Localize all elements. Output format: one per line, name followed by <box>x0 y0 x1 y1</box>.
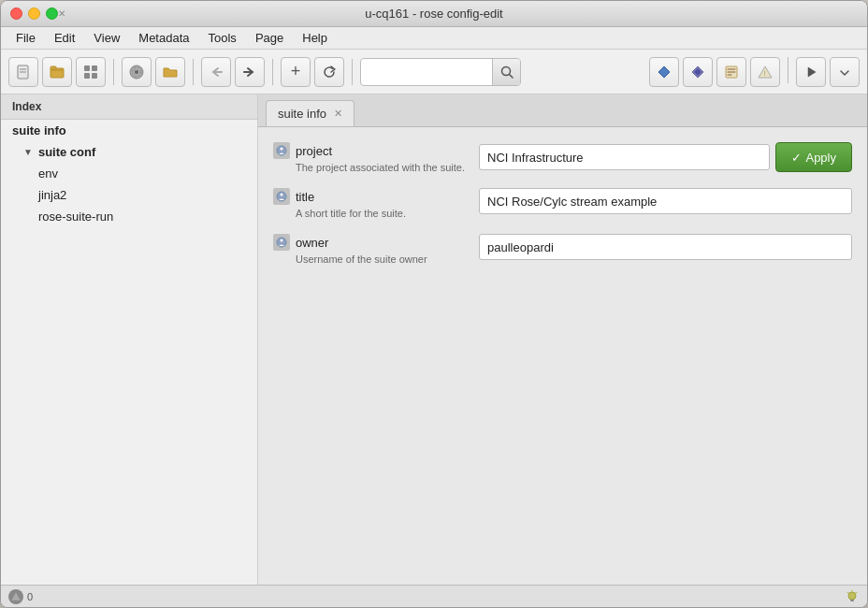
tab-suite-info[interactable]: suite info ✕ <box>266 100 354 126</box>
title-input-area <box>479 188 852 214</box>
svg-line-13 <box>509 74 513 78</box>
sidebar-header: Index <box>1 94 257 120</box>
app-window: ✕ u-cq161 - rose config-edit File Edit V… <box>0 0 868 608</box>
svg-point-10 <box>135 70 138 74</box>
search-box[interactable] <box>360 58 521 86</box>
play-button[interactable] <box>796 57 826 87</box>
tab-close-button[interactable]: ✕ <box>334 109 342 119</box>
sidebar-item-env[interactable]: env <box>1 163 257 184</box>
owner-field-icon <box>273 234 290 251</box>
menu-help[interactable]: Help <box>295 29 335 47</box>
title-label-area: title A short title for the suite. <box>273 188 479 219</box>
svg-rect-25 <box>850 600 854 601</box>
project-input-area: ✓ Apply <box>479 142 852 172</box>
svg-point-18 <box>281 148 283 151</box>
open-button[interactable] <box>42 57 72 87</box>
star-button[interactable] <box>683 57 713 87</box>
project-input[interactable] <box>479 144 770 170</box>
folder-button[interactable] <box>155 57 185 87</box>
separator-3 <box>272 59 273 85</box>
svg-rect-8 <box>92 73 97 79</box>
sidebar-item-rose-suite-run[interactable]: rose-suite-run <box>1 206 257 227</box>
owner-input[interactable] <box>479 234 852 260</box>
sidebar: Index suite info ▼ suite conf env jinja2… <box>1 94 258 585</box>
separator-2 <box>193 59 194 85</box>
env-label: env <box>38 166 58 181</box>
svg-rect-5 <box>84 65 90 71</box>
sidebar-item-suite-conf[interactable]: ▼ suite conf <box>1 141 257 163</box>
jinja2-label: jinja2 <box>38 188 66 202</box>
menu-tools[interactable]: Tools <box>201 29 244 47</box>
menu-edit[interactable]: Edit <box>47 29 82 47</box>
status-count: 0 <box>27 591 33 602</box>
statusbar: 0 <box>1 585 867 607</box>
back-button[interactable] <box>201 57 231 87</box>
separator-1 <box>113 59 114 85</box>
sidebar-tree: suite info ▼ suite conf env jinja2 rose-… <box>1 120 257 585</box>
svg-rect-6 <box>92 65 97 71</box>
title-label-container: title <box>273 188 471 205</box>
menu-arrow-button[interactable] <box>830 57 860 87</box>
maximize-button[interactable] <box>46 7 58 20</box>
search-input[interactable] <box>361 61 492 82</box>
svg-point-22 <box>281 239 283 242</box>
toolbar-right-buttons: ! <box>649 57 860 87</box>
svg-point-20 <box>281 194 283 196</box>
bulb-icon <box>845 589 860 604</box>
content-area: suite info ✕ <box>258 94 867 585</box>
tabs-bar: suite info ✕ <box>258 94 867 127</box>
owner-input-area <box>479 234 852 260</box>
project-label: project <box>296 144 332 158</box>
window-title: u-cq161 - rose config-edit <box>365 7 502 21</box>
project-description: The project associated with the suite. <box>273 162 471 173</box>
svg-rect-4 <box>51 66 56 69</box>
suite-conf-label: suite conf <box>38 145 95 159</box>
svg-point-24 <box>848 592 856 600</box>
new-button[interactable] <box>8 57 38 87</box>
search-button[interactable] <box>492 59 520 85</box>
sidebar-item-jinja2[interactable]: jinja2 <box>1 184 257 206</box>
menu-metadata[interactable]: Metadata <box>131 29 196 47</box>
apply-button[interactable]: ✓ Apply <box>775 142 852 172</box>
rose-suite-run-label: rose-suite-run <box>38 210 113 224</box>
apply-icon: ✓ <box>791 151 802 165</box>
diamond-button[interactable] <box>649 57 679 87</box>
owner-label: owner <box>296 236 328 250</box>
suite-conf-arrow: ▼ <box>23 147 33 157</box>
content-panel: project The project associated with the … <box>258 127 867 585</box>
tab-suite-info-label: suite info <box>278 107 326 121</box>
apply-label: Apply <box>805 151 836 165</box>
menubar: File Edit View Metadata Tools Page Help <box>1 27 867 50</box>
minimize-button[interactable] <box>28 7 40 20</box>
title-field-row: title A short title for the suite. <box>273 188 852 219</box>
owner-field-row: owner Username of the suite owner <box>273 234 852 265</box>
refresh-button[interactable] <box>314 57 344 87</box>
disk-button[interactable] <box>122 57 152 87</box>
export-button[interactable] <box>716 57 746 87</box>
menu-view[interactable]: View <box>86 29 127 47</box>
owner-description: Username of the suite owner <box>273 253 471 265</box>
sidebar-item-suite-info[interactable]: suite info <box>1 120 257 141</box>
project-label-area: project The project associated with the … <box>273 142 479 173</box>
close-button[interactable] <box>10 7 22 20</box>
titlebar: ✕ u-cq161 - rose config-edit <box>1 1 867 27</box>
warning-button[interactable]: ! <box>750 57 780 87</box>
svg-rect-7 <box>84 73 90 79</box>
menu-file[interactable]: File <box>8 29 43 47</box>
add-button[interactable]: + <box>281 57 311 87</box>
title-input[interactable] <box>479 188 852 214</box>
traffic-lights <box>10 7 58 20</box>
main-layout: Index suite info ▼ suite conf env jinja2… <box>1 94 867 585</box>
project-label-container: project <box>273 142 471 159</box>
owner-label-area: owner Username of the suite owner <box>273 234 479 265</box>
history-button[interactable] <box>76 57 106 87</box>
forward-button[interactable] <box>235 57 265 87</box>
title-field-icon <box>273 188 290 205</box>
title-description: A short title for the suite. <box>273 208 471 219</box>
svg-text:!: ! <box>764 70 766 77</box>
status-left: 0 <box>8 589 33 604</box>
svg-line-28 <box>856 592 858 594</box>
menu-page[interactable]: Page <box>248 29 291 47</box>
project-field-icon <box>273 142 290 159</box>
owner-label-container: owner <box>273 234 471 251</box>
